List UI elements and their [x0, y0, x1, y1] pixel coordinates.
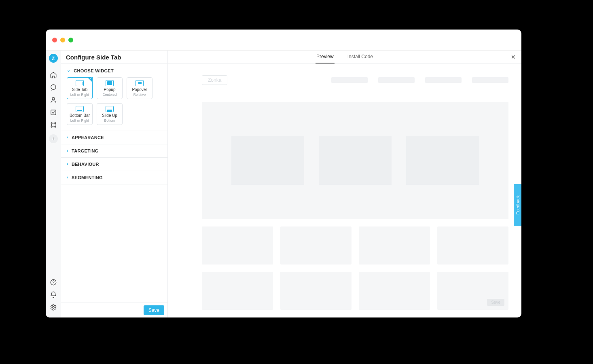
content-area: Z +: [46, 51, 521, 317]
mock-row: Save: [202, 272, 508, 310]
widget-option-popup[interactable]: Popup Centered: [97, 77, 123, 99]
home-icon[interactable]: [46, 68, 61, 81]
section-label: BEHAVIOUR: [72, 162, 99, 167]
side-tab-glyph-icon: [76, 80, 84, 86]
mock-card: [202, 272, 273, 310]
section-behaviour-header[interactable]: › BEHAVIOUR: [61, 158, 167, 171]
section-choose-widget-header[interactable]: ⌄ CHOOSE WIDGET: [61, 64, 167, 77]
page-title: Configure Side Tab: [61, 51, 167, 64]
section-segmenting: › SEGMENTING: [61, 171, 167, 184]
main-header: Preview Install Code ✕: [168, 51, 521, 64]
help-icon[interactable]: [46, 276, 61, 288]
widget-sublabel: Left or Right: [70, 119, 89, 123]
section-appearance-header[interactable]: › APPEARANCE: [61, 131, 167, 144]
popover-glyph-icon: [136, 80, 144, 86]
mock-save-badge: Save: [487, 299, 504, 306]
widget-sublabel: Centered: [103, 93, 117, 97]
panel-body: ⌄ CHOOSE WIDGET Side Tab Left or Right P: [61, 64, 167, 303]
widget-label: Popover: [132, 88, 147, 92]
mock-hero-block: [319, 136, 392, 185]
mock-card: [437, 226, 508, 265]
traffic-lights: [52, 38, 73, 42]
section-targeting-header[interactable]: › TARGETING: [61, 144, 167, 157]
main-area: Preview Install Code ✕ Zonka: [168, 51, 521, 317]
mock-card: [280, 226, 352, 265]
panel-footer: Save: [61, 303, 167, 317]
widget-sublabel: Relative: [133, 93, 146, 97]
section-segmenting-header[interactable]: › SEGMENTING: [61, 171, 167, 184]
svg-point-4: [55, 123, 56, 124]
save-button[interactable]: Save: [144, 305, 164, 315]
mock-logo: Zonka: [202, 75, 227, 85]
bottom-bar-glyph-icon: [76, 106, 84, 112]
mock-card: [202, 226, 273, 265]
widget-option-slide-up[interactable]: Slide Up Bottom: [97, 103, 123, 125]
svg-point-1: [52, 97, 55, 100]
svg-point-8: [52, 306, 54, 308]
slide-up-glyph-icon: [106, 106, 114, 112]
feedback-side-tab[interactable]: Feedback: [514, 184, 521, 226]
section-targeting: › TARGETING: [61, 144, 167, 158]
popup-glyph-icon: [106, 80, 114, 86]
section-label: APPEARANCE: [72, 135, 104, 140]
svg-point-3: [51, 123, 52, 124]
widget-option-side-tab[interactable]: Side Tab Left or Right: [67, 77, 93, 99]
mock-nav: [331, 77, 508, 83]
close-icon[interactable]: ✕: [509, 53, 517, 61]
mock-card: [359, 272, 430, 310]
preview-canvas: Zonka: [168, 64, 521, 317]
section-choose-widget: ⌄ CHOOSE WIDGET Side Tab Left or Right P: [61, 64, 167, 131]
bell-icon[interactable]: [46, 288, 61, 301]
mock-nav-item: [378, 77, 415, 83]
mock-nav-item: [331, 77, 368, 83]
mock-hero-block: [231, 136, 304, 185]
tab-preview[interactable]: Preview: [316, 54, 335, 63]
tab-install-code[interactable]: Install Code: [347, 54, 374, 63]
widget-grid: Side Tab Left or Right Popup Centered Po…: [61, 77, 167, 131]
svg-rect-2: [51, 110, 56, 115]
widget-sublabel: Bottom: [104, 119, 115, 123]
close-window-icon[interactable]: [52, 38, 57, 42]
chevron-right-icon: ›: [67, 161, 68, 166]
widget-label: Side Tab: [72, 88, 88, 92]
gear-icon[interactable]: [46, 301, 61, 313]
mock-site-header: Zonka: [202, 75, 508, 85]
mock-nav-item: [472, 77, 508, 83]
mock-card: [280, 272, 352, 310]
tabs: Preview Install Code: [316, 54, 374, 63]
mock-hero-block: [406, 136, 479, 185]
widget-option-bottom-bar[interactable]: Bottom Bar Left or Right: [67, 103, 93, 125]
selected-check-icon: [87, 77, 93, 83]
window-titlebar: [46, 30, 521, 51]
mock-hero: [202, 102, 508, 219]
app-window: Z +: [46, 30, 521, 317]
config-panel: Configure Side Tab ⌄ CHOOSE WIDGET Side …: [61, 51, 168, 317]
mock-nav-item: [425, 77, 462, 83]
maximize-window-icon[interactable]: [68, 38, 73, 42]
left-nav: Z +: [46, 51, 61, 317]
widget-label: Slide Up: [102, 114, 117, 118]
checklist-icon[interactable]: [46, 106, 61, 119]
section-behaviour: › BEHAVIOUR: [61, 158, 167, 171]
user-icon[interactable]: [46, 93, 61, 106]
widget-option-popover[interactable]: Popover Relative: [127, 77, 152, 99]
mock-card: [359, 226, 430, 265]
svg-point-5: [51, 126, 52, 127]
mock-card: Save: [437, 272, 508, 310]
widget-sublabel: Left or Right: [70, 93, 89, 97]
chevron-down-icon: ⌄: [67, 68, 70, 73]
widget-label: Popup: [104, 88, 116, 92]
minimize-window-icon[interactable]: [60, 38, 65, 42]
chevron-right-icon: ›: [67, 175, 68, 180]
section-label: SEGMENTING: [72, 175, 103, 180]
chat-icon[interactable]: [46, 81, 61, 93]
section-label: CHOOSE WIDGET: [74, 68, 114, 73]
brand-logo[interactable]: Z: [49, 54, 58, 63]
workflow-icon[interactable]: [46, 119, 61, 131]
mock-row: [202, 226, 508, 265]
svg-point-6: [55, 126, 56, 127]
add-button[interactable]: +: [49, 134, 58, 143]
widget-label: Bottom Bar: [70, 114, 90, 118]
section-label: TARGETING: [72, 148, 99, 153]
chevron-right-icon: ›: [67, 148, 68, 153]
